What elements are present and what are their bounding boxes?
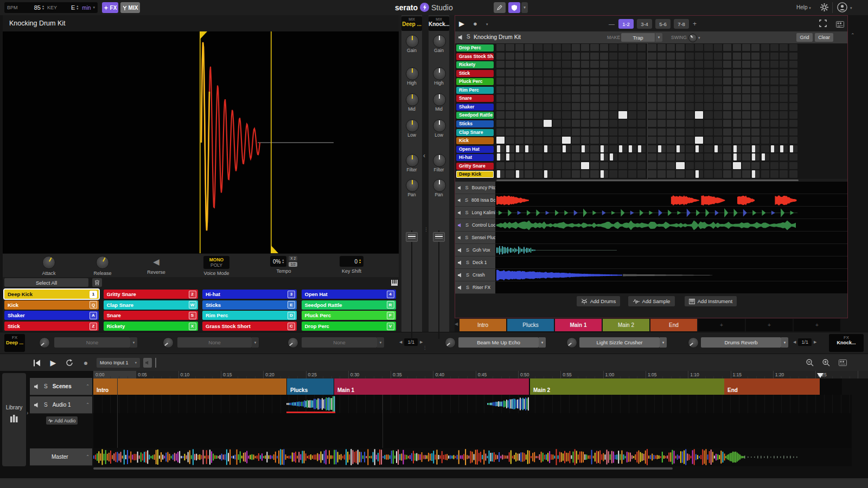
drum-row-kick[interactable]: Kick (456, 137, 494, 144)
pattern-page-5-6[interactable]: 5-6 (655, 19, 671, 29)
step-cell[interactable] (506, 78, 514, 85)
scene-tab-main-2[interactable]: Main 2 (603, 319, 649, 331)
pattern-play-button[interactable]: ▶ (459, 20, 464, 28)
step-cell[interactable] (742, 162, 750, 169)
step-cell[interactable] (628, 120, 636, 127)
step-cell[interactable] (581, 153, 589, 160)
step-cell[interactable] (590, 170, 598, 177)
knob-face[interactable] (406, 154, 419, 167)
step-cell[interactable] (534, 86, 542, 93)
step-cell[interactable] (637, 53, 646, 60)
step-cell[interactable] (637, 103, 646, 110)
remove-bars-button[interactable]: — (609, 21, 615, 27)
step-cell[interactable] (590, 111, 598, 118)
step-cell[interactable] (618, 153, 627, 160)
step-cell[interactable] (515, 137, 524, 144)
scene-block-intro[interactable]: Intro (93, 378, 287, 395)
knob-face[interactable] (688, 337, 699, 348)
step-cell[interactable] (496, 44, 505, 51)
step-active[interactable] (780, 145, 783, 152)
step-cell[interactable] (780, 129, 788, 136)
step-cell[interactable] (544, 129, 552, 136)
step-cell[interactable] (544, 53, 552, 60)
solo-button[interactable]: S (465, 185, 469, 190)
knob-face[interactable] (433, 93, 446, 106)
step-cell[interactable] (506, 86, 514, 93)
step-cell[interactable] (676, 94, 684, 101)
step-cell[interactable] (789, 137, 797, 144)
step-cell[interactable] (637, 61, 646, 68)
step-cell[interactable] (609, 170, 617, 177)
scenes-track-header[interactable]: S Scenes ⌃ (30, 378, 92, 395)
step-cell[interactable] (789, 94, 797, 101)
step-cell[interactable] (590, 153, 598, 160)
pad-seedpod-rattle[interactable]: Seedpod RattleR (302, 300, 396, 310)
bpm-value[interactable]: 85 (18, 4, 41, 11)
step-cell[interactable] (667, 103, 675, 110)
step-active[interactable] (695, 137, 703, 144)
step-cell[interactable] (780, 86, 788, 93)
step-cell[interactable] (751, 53, 760, 60)
knob-face[interactable] (433, 35, 446, 48)
key-mode-arrow[interactable]: ▾ (93, 5, 95, 10)
step-cell[interactable] (676, 129, 684, 136)
scenes-mute-icon[interactable] (34, 384, 40, 389)
step-cell[interactable] (534, 44, 542, 51)
step-cell[interactable] (544, 111, 552, 118)
high-knob-2[interactable] (433, 67, 446, 80)
step-cell[interactable] (572, 103, 580, 110)
step-cell[interactable] (789, 170, 797, 177)
add-audio-button[interactable]: Add Audio (46, 416, 78, 425)
pad-sticks[interactable]: SticksE (202, 300, 297, 310)
step-cell[interactable] (658, 103, 666, 110)
step-cell[interactable] (600, 103, 608, 110)
step-cell[interactable] (742, 170, 750, 177)
step-active[interactable] (516, 145, 519, 152)
step-cell[interactable] (506, 129, 514, 136)
fader-handle-2[interactable] (433, 232, 445, 242)
step-cell[interactable] (609, 86, 617, 93)
step-cell[interactable] (553, 61, 561, 68)
step-cell[interactable] (590, 129, 598, 136)
step-cell[interactable] (761, 86, 769, 93)
step-cell[interactable] (572, 137, 580, 144)
step-cell[interactable] (667, 120, 675, 127)
knob-face[interactable] (406, 119, 419, 132)
step-active[interactable] (601, 170, 604, 177)
step-cell[interactable] (686, 153, 694, 160)
left-fx-slot-1[interactable]: None (54, 337, 130, 348)
step-cell[interactable] (695, 94, 703, 101)
step-cell[interactable] (648, 153, 656, 160)
step-cell[interactable] (496, 86, 505, 93)
bpm-control[interactable]: BPM 85 ▴▾ (4, 2, 47, 13)
step-cell[interactable] (496, 53, 505, 60)
step-cell[interactable] (496, 61, 505, 68)
page-prev[interactable]: ◀ (793, 340, 796, 344)
step-cell[interactable] (618, 137, 627, 144)
step-cell[interactable] (648, 129, 656, 136)
account-dropdown[interactable]: ▾ (850, 6, 852, 10)
step-cell[interactable] (618, 103, 627, 110)
step-cell[interactable] (600, 120, 608, 127)
pad-stick[interactable]: StickZ (4, 322, 99, 331)
step-cell[interactable] (648, 162, 656, 169)
step-cell[interactable] (637, 129, 646, 136)
scenes-collapse-caret[interactable]: ⌃ (86, 384, 90, 389)
step-cell[interactable] (780, 111, 788, 118)
step-cell[interactable] (704, 129, 712, 136)
step-cell[interactable] (658, 170, 666, 177)
pad-grass-stock-short[interactable]: Grass Stock ShortC (202, 322, 297, 331)
make-style-select[interactable]: Trap (621, 33, 655, 42)
audio-track-header-bouncy-pitc[interactable]: SBouncy Pitc... (455, 182, 495, 194)
step-cell[interactable] (590, 137, 598, 144)
step-cell[interactable] (742, 44, 750, 51)
step-cell[interactable] (553, 129, 561, 136)
step-cell[interactable] (780, 94, 788, 101)
step-cell[interactable] (590, 120, 598, 127)
step-cell[interactable] (704, 78, 712, 85)
step-cell[interactable] (590, 94, 598, 101)
key-control[interactable]: KEY E ▴▾ min ▾ (44, 2, 98, 13)
step-cell[interactable] (686, 170, 694, 177)
step-cell[interactable] (562, 53, 570, 60)
right-fx-knob-3[interactable] (688, 337, 699, 348)
